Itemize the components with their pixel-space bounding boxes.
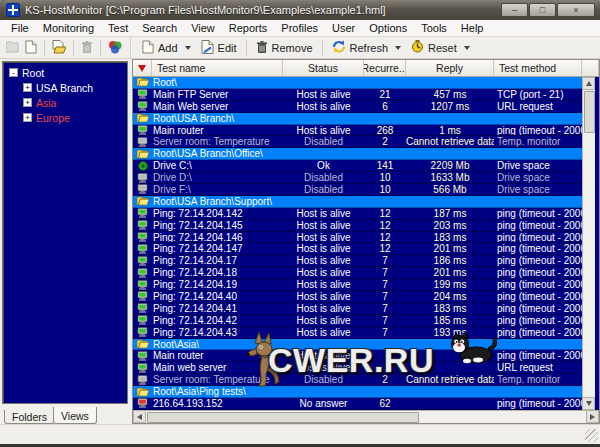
remove-button[interactable]: Remove xyxy=(251,38,318,58)
refresh-dropdown-caret[interactable] xyxy=(395,46,401,50)
menu-item-file[interactable]: File xyxy=(4,21,36,35)
add-dropdown-caret[interactable] xyxy=(185,46,191,50)
minimize-button[interactable]: – xyxy=(501,3,528,17)
menu-item-monitoring[interactable]: Monitoring xyxy=(36,21,101,35)
disabled-test-icon xyxy=(133,137,152,147)
test-method: Drive space xyxy=(494,184,582,195)
folder-row[interactable]: Root\USA Branch\ xyxy=(133,113,582,125)
new-item-button[interactable] xyxy=(3,39,22,57)
refresh-button[interactable]: Refresh xyxy=(327,38,407,57)
expand-icon[interactable]: + xyxy=(23,83,32,92)
folder-icon xyxy=(133,339,152,349)
menu-item-test[interactable]: Test xyxy=(101,21,135,35)
scroll-up-button[interactable] xyxy=(582,77,595,90)
menu-item-profiles[interactable]: Profiles xyxy=(274,21,325,35)
test-row[interactable]: Main routerHost is alive2681 msping (tim… xyxy=(133,125,582,137)
folders-tab[interactable]: Folders xyxy=(4,410,55,424)
add-button-label: Add xyxy=(158,42,178,54)
host-alive-icon xyxy=(133,280,152,290)
vertical-scroll-thumb[interactable] xyxy=(584,91,595,133)
test-row[interactable]: Drive C:\Ok1412209 MbDrive space xyxy=(133,160,582,172)
test-row[interactable]: Ping: 72.14.204.19Host is alive7199 mspi… xyxy=(133,279,582,291)
recurrences-column-header[interactable]: Recurre... xyxy=(364,60,406,76)
menu-item-help[interactable]: Help xyxy=(454,21,491,35)
folder-row[interactable]: Root\USA Branch\Support\ xyxy=(133,196,582,208)
tree-item-europe[interactable]: +Europe xyxy=(3,110,127,125)
test-row[interactable]: Ping: 72.14.204.145Host is alive12203 ms… xyxy=(133,220,582,232)
folder-path: Root\ xyxy=(152,77,582,88)
folder-row[interactable]: Root\Asia\ xyxy=(133,339,582,351)
no-answer-icon xyxy=(133,398,152,408)
test-row[interactable]: 216.64.193.152No answer62ping (timeout -… xyxy=(133,398,582,410)
test-row[interactable]: Ping: 72.14.204.17Host is alive7186 mspi… xyxy=(133,255,582,267)
host-alive-icon xyxy=(133,303,152,313)
horizontal-scrollbar[interactable] xyxy=(133,410,599,423)
test-name: Drive C:\ xyxy=(152,160,283,171)
folder-icon xyxy=(133,149,152,159)
vertical-scrollbar[interactable] xyxy=(582,77,595,410)
menu-item-reports[interactable]: Reports xyxy=(222,21,275,35)
scroll-left-button[interactable] xyxy=(133,410,146,423)
menu-item-tools[interactable]: Tools xyxy=(414,21,454,35)
folder-row[interactable]: Root\ xyxy=(133,77,582,89)
test-row[interactable]: Ping: 72.14.204.40Host is alive7204 mspi… xyxy=(133,291,582,303)
test-row[interactable]: Drive D:\Disabled101633 MbDrive space xyxy=(133,172,582,184)
reset-dropdown-caret[interactable] xyxy=(464,46,470,50)
expand-icon[interactable]: + xyxy=(23,113,32,122)
test-row[interactable]: Server room: TemperatureDisabled2Cannot … xyxy=(133,374,582,386)
folder-row[interactable]: Root\Asia\Ping tests\ xyxy=(133,386,582,398)
collapse-icon[interactable]: - xyxy=(9,68,18,77)
test-row[interactable]: Ping: 72.14.204.42Host is alive7185 mspi… xyxy=(133,315,582,327)
tree-item-root[interactable]: -Root xyxy=(3,65,127,80)
scroll-down-button[interactable] xyxy=(582,397,595,410)
menu-item-view[interactable]: View xyxy=(184,21,222,35)
test-row[interactable]: Ping: 72.14.204.43Host is alive7193 mspi… xyxy=(133,327,582,339)
scroll-right-button[interactable] xyxy=(586,410,599,423)
test-row[interactable]: Main routerHost is aliveping (timeout - … xyxy=(133,350,582,362)
expand-icon[interactable]: + xyxy=(23,98,32,107)
test-row[interactable]: Ping: 72.14.204.41Host is alive7183 mspi… xyxy=(133,303,582,315)
reset-button[interactable]: Reset xyxy=(406,38,475,57)
test-status: Host is alive xyxy=(283,291,364,302)
test-name: Ping: 72.14.204.41 xyxy=(152,303,283,314)
sort-column-header[interactable] xyxy=(133,60,152,76)
add-button[interactable]: Add xyxy=(137,38,196,58)
test-row[interactable]: Main web serverHost is aliveURL request xyxy=(133,362,582,374)
open-file-button[interactable] xyxy=(49,38,69,58)
reply-column-header[interactable]: Reply xyxy=(406,60,494,76)
test-row[interactable]: Main FTP ServerHost is alive21457 msTCP … xyxy=(133,89,582,101)
menu-item-user[interactable]: User xyxy=(325,21,362,35)
delete-button[interactable] xyxy=(78,38,96,58)
test-method: ping (timeout - 2000 ms) xyxy=(494,267,582,278)
menu-item-search[interactable]: Search xyxy=(135,21,184,35)
tree-item-asia[interactable]: +Asia xyxy=(3,95,127,110)
test-row[interactable]: Ping: 72.14.204.147Host is alive12201 ms… xyxy=(133,243,582,255)
palette-button[interactable] xyxy=(105,38,125,58)
test-name-column-header[interactable]: Test name xyxy=(152,60,283,76)
new-page-button[interactable] xyxy=(22,38,40,58)
status-column-header[interactable]: Status xyxy=(283,60,364,76)
test-row[interactable]: Ping: 72.14.204.18Host is alive7201 mspi… xyxy=(133,267,582,279)
maximize-button[interactable]: □ xyxy=(529,3,556,17)
host-alive-icon xyxy=(133,268,152,278)
test-method-column-header[interactable]: Test method xyxy=(494,60,582,76)
test-recurrences: 6 xyxy=(364,101,406,112)
edit-button[interactable]: Edit xyxy=(196,38,242,58)
folder-row[interactable]: Root\USA Branch\Office\ xyxy=(133,148,582,160)
toolbar-left-section xyxy=(0,37,131,58)
test-name: Ping: 72.14.204.142 xyxy=(152,208,283,219)
close-button[interactable]: × xyxy=(557,3,595,17)
menu-item-options[interactable]: Options xyxy=(362,21,414,35)
test-row[interactable]: Main Web serverHost is alive61207 msURL … xyxy=(133,101,582,113)
test-method: Temp. monitor xyxy=(494,374,582,385)
views-tab[interactable]: Views xyxy=(53,407,97,424)
horizontal-scroll-thumb[interactable] xyxy=(147,412,419,423)
test-reply: Cannot retrieve data f... xyxy=(406,136,494,147)
test-row[interactable]: Ping: 72.14.204.142Host is alive12187 ms… xyxy=(133,208,582,220)
resize-grip[interactable] xyxy=(585,429,598,442)
test-recurrences: 2 xyxy=(364,374,406,385)
test-row[interactable]: Server room: TemperatureDisabled2Cannot … xyxy=(133,136,582,148)
test-row[interactable]: Ping: 72.14.204.146Host is alive12183 ms… xyxy=(133,232,582,244)
tree-item-usa-branch[interactable]: +USA Branch xyxy=(3,80,127,95)
test-row[interactable]: Drive F:\Disabled10566 MbDrive space xyxy=(133,184,582,196)
